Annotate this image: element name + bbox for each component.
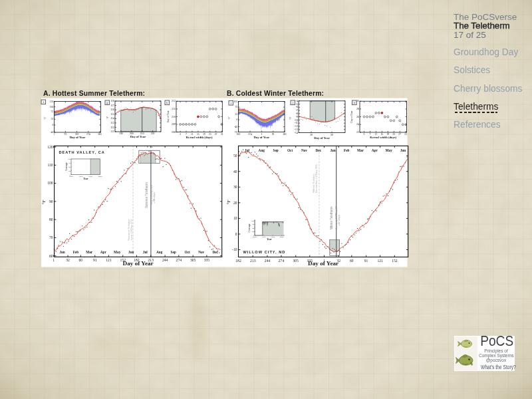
svg-text:Dec: Dec [212, 250, 218, 254]
svg-text:210: 210 [172, 116, 176, 118]
svg-text:80: 80 [49, 217, 53, 221]
svg-text:-8: -8 [296, 112, 298, 115]
svg-text:30: 30 [331, 134, 333, 136]
svg-text:-13: -13 [295, 128, 298, 131]
svg-text:Dec: Dec [316, 148, 322, 152]
svg-text:May: May [386, 148, 393, 152]
svg-text:70: 70 [49, 235, 53, 239]
svg-text:Kernel width (days): Kernel width (days) [370, 136, 396, 139]
svg-text:100: 100 [47, 181, 53, 185]
svg-text:24: 24 [356, 123, 359, 126]
svg-text:Sep: Sep [273, 148, 279, 152]
svg-text:Apr: Apr [372, 148, 378, 152]
svg-text:114: 114 [110, 117, 114, 120]
svg-text:274: 274 [86, 133, 90, 136]
svg-text:27: 27 [215, 133, 217, 136]
svg-text:3: 3 [364, 133, 365, 136]
svg-text:26: 26 [356, 116, 359, 118]
svg-text:h: h [166, 102, 168, 104]
svg-text:1850: 1850 [253, 235, 257, 238]
svg-text:72: 72 [51, 110, 54, 113]
svg-text:213: 213 [250, 259, 256, 263]
svg-text:-10: -10 [232, 247, 237, 251]
svg-text:-6: -6 [296, 106, 298, 108]
svg-text:May: May [114, 250, 121, 254]
svg-text:Jan: Jan [330, 148, 335, 152]
svg-text:1900: 1900 [262, 235, 266, 238]
svg-text:121: 121 [377, 259, 383, 263]
svg-text:100: 100 [68, 158, 71, 160]
svg-text:Day of Year: Day of Year [253, 136, 269, 139]
svg-text:152: 152 [392, 259, 398, 263]
svg-text:365: 365 [98, 133, 102, 136]
svg-text:32: 32 [66, 258, 70, 262]
svg-text:Day of Year: Day of Year [350, 110, 353, 123]
svg-text:110: 110 [47, 163, 53, 167]
svg-text:30: 30 [356, 100, 359, 102]
svg-text:182: 182 [237, 133, 241, 136]
svg-text:Feb: Feb [73, 250, 79, 254]
svg-text:DEATH VALLEY, CA: DEATH VALLEY, CA [59, 150, 105, 154]
svg-text:100: 100 [50, 106, 54, 108]
svg-text:3: 3 [180, 133, 181, 136]
svg-text:31: 31 [221, 133, 223, 136]
svg-text:211: 211 [172, 108, 176, 110]
svg-text:Apr: Apr [100, 250, 107, 254]
svg-text:60: 60 [350, 259, 354, 263]
svg-text:90: 90 [49, 200, 53, 203]
svg-text:-7: -7 [296, 109, 298, 112]
svg-text:28: 28 [356, 108, 359, 110]
svg-text:Nov: Nov [301, 148, 307, 152]
svg-text:115: 115 [110, 113, 114, 116]
svg-text:Day of Year: Day of Year [308, 260, 338, 267]
svg-text:305: 305 [293, 259, 299, 263]
svg-text:Jan: Jan [59, 250, 65, 254]
svg-text:+38 days: +38 days [152, 192, 156, 203]
svg-text:i: i [231, 102, 231, 105]
svg-text:10: 10 [233, 216, 237, 220]
svg-text:40: 40 [233, 170, 237, 174]
svg-text:212: 212 [172, 100, 176, 102]
svg-text:Feb: Feb [344, 148, 350, 152]
svg-text:20: 20 [233, 201, 237, 205]
svg-text:2000: 2000 [98, 175, 102, 178]
svg-text:113: 113 [110, 122, 114, 124]
svg-text:91: 91 [272, 133, 275, 136]
svg-text:-9: -9 [296, 116, 298, 118]
svg-text:220: 220 [151, 132, 155, 135]
svg-text:g: g [106, 102, 108, 104]
svg-text:Year: Year [83, 178, 88, 180]
svg-text:121: 121 [106, 258, 112, 262]
svg-text:°F: °F [41, 200, 47, 205]
svg-text:1: 1 [54, 133, 55, 136]
svg-text:208: 208 [172, 131, 176, 134]
svg-text:50: 50 [233, 154, 237, 158]
svg-text:°F: °F [43, 116, 47, 120]
svg-text:Coverage: Coverage [249, 223, 251, 232]
svg-text:130: 130 [50, 100, 54, 103]
svg-text:k: k [354, 102, 355, 104]
svg-text:°F: °F [289, 116, 293, 120]
svg-text:116: 116 [110, 108, 114, 111]
svg-text:Sep: Sep [171, 250, 176, 254]
svg-text:Nov: Nov [198, 250, 204, 254]
svg-text:60: 60 [49, 254, 53, 258]
svg-text:111: 111 [110, 130, 114, 133]
svg-text:22: 22 [356, 131, 359, 134]
svg-text:244: 244 [162, 258, 168, 262]
svg-text:274: 274 [176, 258, 182, 262]
svg-text:0: 0 [52, 124, 53, 126]
svg-text:Jun: Jun [400, 148, 406, 152]
svg-text:91: 91 [93, 258, 97, 262]
svg-text:118: 118 [110, 100, 114, 102]
svg-text:274: 274 [279, 259, 285, 263]
svg-text:105: 105 [234, 100, 238, 103]
svg-text:181: 181 [283, 133, 287, 136]
svg-text:-4: -4 [296, 100, 298, 102]
svg-text:60: 60 [79, 258, 83, 262]
svg-text:0: 0 [235, 232, 237, 236]
svg-text:-11: -11 [295, 122, 298, 124]
svg-text:117: 117 [110, 104, 114, 107]
svg-text:20: 20 [310, 134, 313, 136]
svg-text:72: 72 [235, 106, 238, 108]
